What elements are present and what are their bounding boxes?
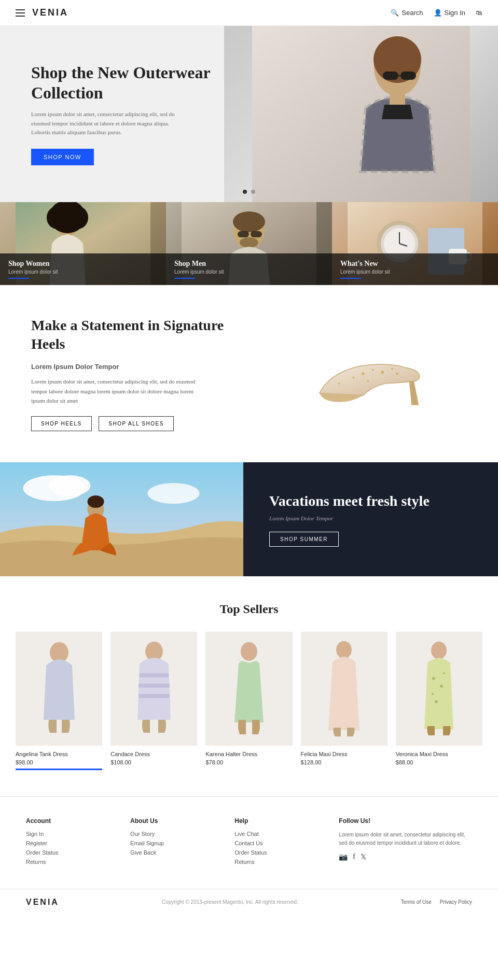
site-logo[interactable]: VENIA — [32, 7, 68, 18]
footer-returns2-link[interactable]: Returns — [234, 859, 323, 865]
heels-sublabel: Lorem Ipsum Dolor Tempor — [31, 361, 197, 373]
heels-title: Make a Statement in Signature Heels — [31, 316, 239, 354]
svg-point-47 — [440, 685, 443, 688]
shop-heels-button[interactable]: SHOP HEELS — [31, 416, 92, 431]
cart-icon: 🛍 — [476, 9, 482, 17]
vacation-subtitle: Lorem Ipsum Dolor Tempor — [269, 515, 472, 521]
svg-point-45 — [431, 642, 447, 659]
footer-signin-link[interactable]: Sign In — [26, 831, 115, 837]
product-image-4 — [301, 632, 388, 746]
footer-bottom-links: Terms of Use Privacy Policy — [401, 899, 472, 905]
product-price-3: $78.00 — [205, 759, 292, 765]
slider-dot-1[interactable] — [243, 190, 247, 194]
product-2-illustration — [128, 637, 180, 741]
svg-point-29 — [381, 371, 384, 374]
product-price-2: $108.00 — [110, 759, 197, 765]
hero-cta-button[interactable]: SHOP NOW — [31, 149, 94, 165]
nav-right: 🔍 Search 👤 Sign In 🛍 — [391, 9, 482, 17]
product-5-illustration — [413, 637, 465, 741]
svg-point-50 — [435, 700, 438, 703]
signin-link[interactable]: 👤 Sign In — [434, 9, 465, 17]
footer-account-heading: Account — [26, 817, 115, 825]
product-image-5 — [396, 632, 482, 746]
category-new-overlay: What's New Lorem ipsum dolor sit — [332, 253, 498, 285]
search-icon: 🔍 — [391, 9, 399, 17]
footer-nav: Account Sign In Register Order Status Re… — [0, 796, 498, 889]
category-women[interactable]: Shop Women Lorem ipsum dolor sit — [0, 202, 166, 285]
footer-bottom: VENIA Copyright © 2013-present Magento, … — [0, 889, 498, 915]
svg-rect-1 — [252, 26, 470, 202]
vacation-illustration — [0, 462, 243, 576]
category-men[interactable]: Shop Men Lorem ipsum dolor sit — [166, 202, 332, 285]
product-name-3: Karena Halter Dress — [205, 751, 292, 757]
product-1-illustration — [33, 637, 85, 741]
hamburger-menu[interactable] — [16, 9, 25, 17]
footer-returns-link[interactable]: Returns — [26, 859, 115, 865]
facebook-icon[interactable]: f — [353, 853, 355, 861]
svg-point-30 — [391, 368, 393, 370]
footer-live-chat-link[interactable]: Live Chat — [234, 831, 323, 837]
footer-follow-description: Lorem ipsum dolor sit amet, consectetur … — [339, 831, 472, 847]
footer-logo: VENIA — [26, 898, 59, 907]
footer-give-back-link[interactable]: Give Back — [130, 849, 219, 856]
svg-point-44 — [336, 641, 352, 659]
product-image-2 — [110, 632, 197, 746]
footer-order-status-link[interactable]: Order Status — [26, 849, 115, 856]
vacation-section: Vacations meet fresh style Lorem Ipsum D… — [0, 462, 498, 576]
shop-summer-button[interactable]: SHOP SUMMER — [269, 532, 339, 547]
category-women-bar — [8, 278, 29, 279]
footer-help-heading: Help — [234, 817, 323, 825]
product-name-2: Candace Dress — [110, 751, 197, 757]
footer-register-link[interactable]: Register — [26, 840, 115, 846]
hero-text: Shop the New Outerwear Collection Lorem … — [0, 42, 249, 186]
svg-point-34 — [367, 380, 369, 382]
product-price-5: $88.00 — [396, 759, 482, 765]
product-image-1 — [16, 632, 102, 746]
search-link[interactable]: 🔍 Search — [391, 9, 423, 17]
product-image-3 — [205, 632, 292, 746]
product-card-1[interactable]: Angelina Tank Dress $98.00 — [16, 632, 102, 770]
privacy-policy-link[interactable]: Privacy Policy — [440, 899, 472, 905]
svg-point-38 — [148, 483, 200, 504]
svg-rect-16 — [238, 231, 249, 237]
instagram-icon[interactable]: 📷 — [339, 853, 348, 861]
top-sellers-section: Top Sellers Angelina Tank Dress $98.00 — [0, 576, 498, 796]
svg-point-40 — [88, 495, 104, 508]
footer-email-signup-link[interactable]: Email Signup — [130, 840, 219, 846]
hero-title: Shop the New Outerwear Collection — [31, 63, 218, 103]
svg-point-33 — [338, 382, 340, 385]
cart-link[interactable]: 🛍 — [476, 9, 482, 17]
footer-copyright: Copyright © 2013-present Magento, Inc. A… — [162, 899, 298, 905]
product-name-4: Felicia Maxi Dress — [301, 751, 388, 757]
footer-help: Help Live Chat Contact Us Order Status R… — [234, 817, 323, 868]
footer-order-status2-link[interactable]: Order Status — [234, 849, 323, 856]
shop-all-shoes-button[interactable]: SHOP ALL SHOES — [99, 416, 174, 431]
product-card-4[interactable]: Felicia Maxi Dress $128.00 — [301, 632, 388, 770]
vacation-text-panel: Vacations meet fresh style Lorem Ipsum D… — [243, 462, 498, 576]
category-men-bar — [174, 278, 195, 279]
svg-rect-5 — [400, 72, 416, 80]
terms-of-use-link[interactable]: Terms of Use — [401, 899, 432, 905]
footer-our-story-link[interactable]: Our Story — [130, 831, 219, 837]
footer-follow: Follow Us! Lorem ipsum dolor sit amet, c… — [339, 817, 472, 868]
category-new-bar — [340, 278, 361, 279]
category-new[interactable]: What's New Lorem ipsum dolor sit — [332, 202, 498, 285]
footer-contact-us-link[interactable]: Contact Us — [234, 840, 323, 846]
twitter-icon[interactable]: 𝕏 — [361, 853, 366, 861]
category-women-overlay: Shop Women Lorem ipsum dolor sit — [0, 253, 166, 285]
product-card-5[interactable]: Veronica Maxi Dress $88.00 — [396, 632, 482, 770]
product-card-3[interactable]: Karena Halter Dress $78.00 — [205, 632, 292, 770]
category-women-title: Shop Women — [8, 260, 158, 268]
hero-image — [224, 26, 498, 202]
product-name-5: Veronica Maxi Dress — [396, 751, 482, 757]
social-icons: 📷 f 𝕏 — [339, 853, 472, 861]
product-card-2[interactable]: Candace Dress $108.00 — [110, 632, 197, 770]
product-name-1: Angelina Tank Dress — [16, 751, 102, 757]
slider-dot-2[interactable] — [251, 190, 255, 194]
footer-follow-heading: Follow Us! — [339, 817, 472, 825]
footer-about: About Us Our Story Email Signup Give Bac… — [130, 817, 219, 868]
heels-illustration — [290, 322, 436, 425]
category-men-subtitle: Lorem ipsum dolor sit — [174, 269, 324, 275]
heels-section: Make a Statement in Signature Heels Lore… — [0, 285, 498, 462]
svg-point-32 — [396, 373, 398, 375]
